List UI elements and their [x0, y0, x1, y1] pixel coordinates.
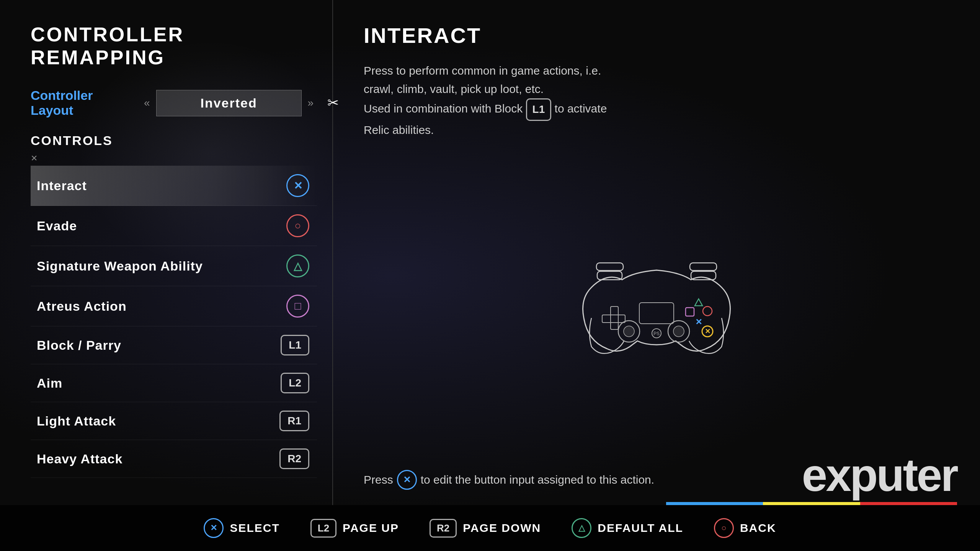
color-bar-red [860, 502, 957, 505]
control-name-signature: Signature Weapon Ability [37, 259, 203, 274]
controller-image-area: PS ✕ ✕ [364, 158, 949, 455]
control-binding-block: L1 [281, 335, 309, 355]
control-binding-signature: △ [286, 254, 309, 277]
binding-dpad-up: ✛ [293, 486, 309, 490]
binding-r2-trigger: R2 [279, 448, 309, 469]
layout-value[interactable]: Inverted [156, 90, 302, 116]
svg-text:PS: PS [653, 331, 660, 336]
block-l1-badge: L1 [526, 98, 552, 121]
desc-line2: crawl, climb, vault, pick up loot, etc. [364, 83, 544, 95]
control-item-light-attack[interactable]: Light Attack R1 [31, 402, 317, 440]
main-container: CONTROLLER REMAPPING Controller Layout «… [0, 0, 980, 505]
control-name-evade: Evade [37, 218, 77, 233]
bottom-triangle-button: △ [572, 518, 591, 538]
control-name-aim: Aim [37, 376, 62, 391]
color-bar-yellow [763, 502, 860, 505]
control-item-aim[interactable]: Aim L2 [31, 364, 317, 402]
bottom-page-up-label: PAGE UP [343, 522, 399, 535]
bottom-circle-button: ○ [714, 518, 734, 538]
svg-rect-1 [596, 263, 623, 271]
control-item-signature[interactable]: Signature Weapon Ability △ [31, 246, 317, 286]
desc-line5: Relic abilities. [364, 124, 434, 136]
control-name-interact: Interact [37, 178, 87, 193]
bottom-action-back[interactable]: ○ BACK [714, 518, 776, 538]
binding-triangle-button: △ [286, 254, 309, 277]
control-binding-heavy-attack: R2 [279, 448, 309, 469]
bottom-select-label: SELECT [230, 522, 279, 535]
page-title: CONTROLLER REMAPPING [31, 23, 317, 69]
control-binding-evade: ○ [286, 214, 309, 237]
control-item-atreus[interactable]: Atreus Action □ [31, 286, 317, 326]
control-item-block[interactable]: Block / Parry L1 [31, 326, 317, 364]
press-to-edit: Press ✕ to edit the button input assigne… [364, 470, 678, 490]
control-binding-interact: ✕ [286, 174, 309, 197]
control-name-block: Block / Parry [37, 338, 121, 353]
bottom-r2-button: R2 [430, 519, 457, 538]
layout-arrow-left[interactable]: « [138, 97, 156, 109]
controller-svg: PS ✕ ✕ [561, 249, 752, 364]
bottom-back-label: BACK [740, 522, 776, 535]
controller-layout-row: Controller Layout « Inverted » ✂ [31, 88, 317, 118]
interact-title: INTERACT [364, 23, 949, 48]
binding-x-button: ✕ [286, 174, 309, 197]
binding-r1-trigger: R1 [279, 411, 309, 431]
bottom-bar: ✕ SELECT L2 PAGE UP R2 PAGE DOWN △ DEFAU… [0, 505, 980, 551]
layout-arrow-right[interactable]: » [302, 97, 320, 109]
svg-rect-3 [690, 263, 717, 271]
bottom-l2-button: L2 [310, 519, 336, 538]
binding-l2-trigger: L2 [281, 373, 309, 393]
svg-point-9 [673, 326, 684, 337]
svg-point-7 [624, 326, 634, 337]
svg-rect-10 [639, 303, 674, 324]
control-name-light-attack: Light Attack [37, 414, 116, 429]
controls-list: Interact ✕ Evade ○ Signature Weapon Abil… [31, 166, 317, 490]
bottom-x-button: ✕ [204, 518, 224, 538]
color-bar-blue [666, 502, 763, 505]
bottom-action-page-up[interactable]: L2 PAGE UP [310, 519, 399, 538]
desc-line3: Used in combination with Block [364, 102, 523, 115]
control-item-evade[interactable]: Evade ○ [31, 206, 317, 246]
control-binding-aim: L2 [281, 373, 309, 393]
binding-circle-button: ○ [286, 214, 309, 237]
bottom-action-default-all[interactable]: △ DEFAULT ALL [572, 518, 683, 538]
press-suffix: to edit the button input assigned to thi… [421, 471, 654, 489]
press-x-button-icon: ✕ [397, 470, 417, 490]
control-item-interact[interactable]: Interact ✕ [31, 166, 317, 206]
bottom-action-page-down[interactable]: R2 PAGE DOWN [430, 519, 541, 538]
svg-rect-16 [686, 308, 694, 316]
desc-line4: to activate [555, 102, 607, 115]
binding-square-button: □ [286, 295, 309, 318]
desc-line1: Press to perform common in game actions,… [364, 64, 601, 77]
interact-description: Press to perform common in game actions,… [364, 62, 678, 139]
left-panel: CONTROLLER REMAPPING Controller Layout «… [0, 0, 333, 505]
binding-l1-trigger: L1 [281, 335, 309, 355]
controller-layout-label: Controller Layout [31, 88, 138, 118]
control-item-primary-weapon[interactable]: Primary Weapon ✛ [31, 478, 317, 490]
svg-point-14 [703, 306, 712, 316]
svg-text:✕: ✕ [705, 328, 710, 335]
color-bar [666, 502, 957, 505]
bottom-page-down-label: PAGE DOWN [463, 522, 541, 535]
control-item-heavy-attack[interactable]: Heavy Attack R2 [31, 440, 317, 478]
bottom-default-all-label: DEFAULT ALL [598, 522, 683, 535]
control-binding-atreus: □ [286, 295, 309, 318]
svg-rect-5 [602, 315, 625, 323]
press-prefix: Press [364, 471, 393, 489]
right-panel: INTERACT Press to perform common in game… [333, 0, 980, 505]
control-binding-light-attack: R1 [279, 411, 309, 431]
x-mark-icon: ✕ [31, 153, 38, 163]
svg-marker-13 [695, 299, 702, 306]
bottom-action-select: ✕ SELECT [204, 518, 279, 538]
control-name-atreus: Atreus Action [37, 299, 127, 314]
control-binding-primary-weapon: ✛ [293, 486, 309, 490]
svg-rect-4 [611, 306, 618, 329]
svg-text:✕: ✕ [695, 317, 702, 327]
watermark: exputer [802, 448, 957, 501]
controls-label: CONTROLS [31, 133, 317, 150]
control-name-heavy-attack: Heavy Attack [37, 452, 122, 466]
x-divider: ✕ [31, 153, 317, 163]
